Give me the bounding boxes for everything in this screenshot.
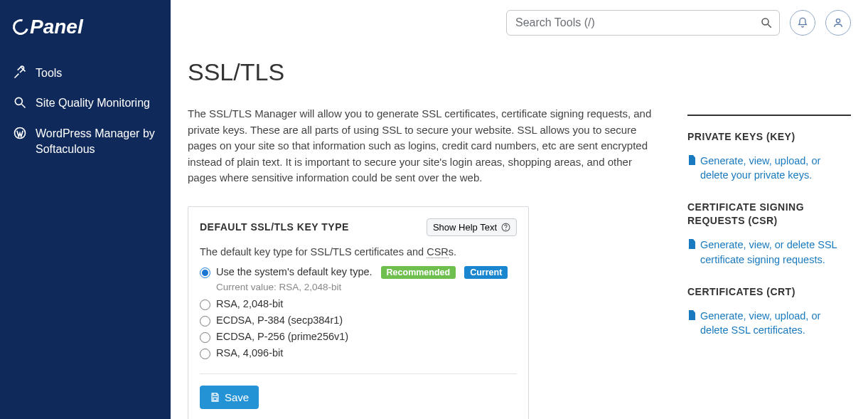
topbar bbox=[171, 0, 868, 46]
user-icon bbox=[832, 17, 844, 28]
sidebar-item-label: Site Quality Monitoring bbox=[36, 95, 150, 111]
bell-icon bbox=[797, 17, 808, 28]
svg-line-5 bbox=[768, 24, 771, 28]
logo-text: Panel bbox=[30, 16, 83, 38]
radio-ecdsa-p256[interactable] bbox=[200, 332, 210, 343]
sidebar-item-wordpress[interactable]: WordPress Manager by Softaculous bbox=[13, 119, 158, 165]
search-input[interactable] bbox=[506, 10, 780, 36]
search-wrapper bbox=[506, 10, 780, 36]
option-label: ECDSA, P-384 (secp384r1) bbox=[216, 314, 343, 326]
wrench-icon bbox=[13, 65, 27, 80]
option-label: RSA, 4,096-bit bbox=[216, 347, 283, 359]
csr-abbr: CSR bbox=[427, 246, 449, 258]
search-icon bbox=[760, 16, 773, 29]
save-button[interactable]: Save bbox=[200, 386, 259, 409]
right-column: PRIVATE KEYS (KEY) Generate, view, uploa… bbox=[687, 115, 851, 356]
svg-point-6 bbox=[836, 19, 840, 23]
section-title-crt: CERTIFICATES (CRT) bbox=[687, 285, 851, 299]
account-button[interactable] bbox=[825, 10, 851, 36]
question-icon bbox=[501, 223, 510, 232]
svg-line-2 bbox=[22, 105, 26, 108]
page-title: SSL/TLS bbox=[188, 58, 868, 86]
sidebar: Panel Tools Site Quality Monitoring Word… bbox=[0, 0, 171, 419]
sidebar-item-tools[interactable]: Tools bbox=[13, 58, 158, 88]
option-system-default[interactable]: Use the system's default key type. Recom… bbox=[200, 266, 517, 279]
section-title-csr: CERTIFICATE SIGNING REQUESTS (CSR) bbox=[687, 201, 851, 228]
svg-rect-9 bbox=[213, 398, 217, 401]
logo: Panel bbox=[13, 16, 158, 38]
key-type-card: DEFAULT SSL/TLS KEY TYPE Show Help Text … bbox=[188, 206, 529, 420]
option-label: RSA, 2,048-bit bbox=[216, 298, 283, 309]
link-private-keys[interactable]: Generate, view, upload, or delete your p… bbox=[687, 154, 851, 183]
link-text: Generate, view, or delete SSL certificat… bbox=[700, 238, 851, 267]
notifications-button[interactable] bbox=[790, 10, 815, 36]
file-icon bbox=[687, 239, 696, 267]
sidebar-item-label: Tools bbox=[36, 65, 62, 81]
magnifier-icon bbox=[13, 95, 27, 110]
option-ecdsa-p384[interactable]: ECDSA, P-384 (secp384r1) bbox=[200, 314, 517, 327]
help-button-label: Show Help Text bbox=[433, 222, 497, 233]
left-column: The SSL/TLS Manager will allow you to ge… bbox=[188, 106, 659, 419]
show-help-button[interactable]: Show Help Text bbox=[427, 218, 517, 236]
link-text: Generate, view, upload, or delete SSL ce… bbox=[700, 309, 851, 338]
option-ecdsa-p256[interactable]: ECDSA, P-256 (prime256v1) bbox=[200, 331, 517, 343]
svg-point-4 bbox=[762, 18, 768, 25]
card-header: DEFAULT SSL/TLS KEY TYPE Show Help Text bbox=[200, 218, 517, 236]
link-crt[interactable]: Generate, view, upload, or delete SSL ce… bbox=[687, 309, 851, 338]
intro-text: The SSL/TLS Manager will allow you to ge… bbox=[188, 106, 659, 186]
radio-rsa-2048[interactable] bbox=[200, 299, 210, 310]
section-title-keys: PRIVATE KEYS (KEY) bbox=[687, 130, 851, 144]
radio-rsa-4096[interactable] bbox=[200, 349, 210, 359]
radio-ecdsa-p384[interactable] bbox=[200, 316, 210, 327]
main: SSL/TLS The SSL/TLS Manager will allow y… bbox=[171, 0, 868, 419]
current-value-text: Current value: RSA, 2,048-bit bbox=[216, 282, 517, 292]
file-icon bbox=[687, 155, 696, 183]
link-csr[interactable]: Generate, view, or delete SSL certificat… bbox=[687, 238, 851, 267]
option-rsa-2048[interactable]: RSA, 2,048-bit bbox=[200, 298, 517, 310]
divider bbox=[200, 373, 517, 374]
option-label: ECDSA, P-256 (prime256v1) bbox=[216, 331, 348, 342]
card-title: DEFAULT SSL/TLS KEY TYPE bbox=[200, 221, 349, 233]
current-badge: Current bbox=[464, 266, 508, 279]
save-button-label: Save bbox=[225, 391, 249, 403]
wordpress-icon bbox=[13, 126, 27, 140]
radio-system-default[interactable] bbox=[200, 267, 210, 278]
content: The SSL/TLS Manager will allow you to ge… bbox=[171, 106, 868, 419]
sidebar-item-label: WordPress Manager by Softaculous bbox=[36, 126, 158, 158]
option-label: Use the system's default key type. bbox=[216, 266, 373, 277]
link-text: Generate, view, upload, or delete your p… bbox=[700, 154, 851, 183]
file-icon bbox=[687, 310, 696, 338]
svg-point-8 bbox=[505, 229, 506, 230]
card-desc-suffix: s. bbox=[449, 246, 456, 258]
save-icon bbox=[210, 392, 220, 403]
option-rsa-4096[interactable]: RSA, 4,096-bit bbox=[200, 347, 517, 359]
search-button[interactable] bbox=[756, 12, 777, 33]
logo-icon bbox=[10, 16, 31, 38]
card-desc-prefix: The default key type for SSL/TLS certifi… bbox=[200, 246, 427, 258]
recommended-badge: Recommended bbox=[381, 266, 456, 279]
sidebar-item-site-quality[interactable]: Site Quality Monitoring bbox=[13, 88, 158, 118]
card-description: The default key type for SSL/TLS certifi… bbox=[200, 246, 517, 258]
svg-point-1 bbox=[15, 98, 22, 105]
